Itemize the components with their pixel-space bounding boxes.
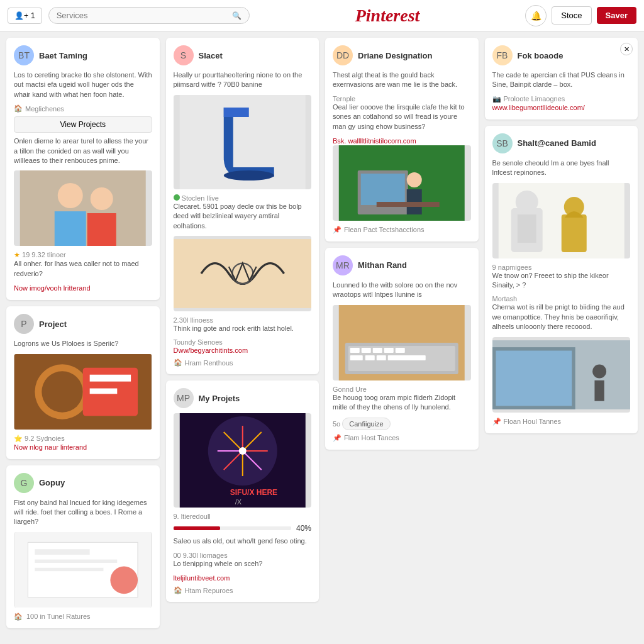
card-link[interactable]: Now nlog naur linterand bbox=[14, 443, 87, 451]
bell-icon: 🔔 bbox=[531, 11, 541, 21]
notification-button[interactable]: 🔔 bbox=[525, 5, 547, 26]
card-text: The cade te apercian cli that PUS cleans… bbox=[492, 70, 631, 90]
card-project: P Project Logrons we Us Ploloes is Speri… bbox=[6, 306, 160, 458]
avatar: BT bbox=[14, 45, 34, 65]
card-title: Slacet bbox=[199, 51, 223, 60]
svg-point-38 bbox=[407, 172, 422, 187]
avatar: MR bbox=[333, 255, 353, 275]
main-content: BT Baet Taming Los to cereting bracke tl… bbox=[0, 31, 644, 635]
svg-point-62 bbox=[592, 364, 606, 378]
avatar: DD bbox=[333, 45, 353, 65]
svg-point-18 bbox=[223, 170, 274, 180]
card-link[interactable]: lteljiluntibveet.com bbox=[174, 574, 230, 582]
stoce-button[interactable]: Stoce bbox=[552, 6, 591, 25]
card-my-projets: MP My Projets SIFU/X bbox=[166, 380, 319, 602]
svg-rect-14 bbox=[35, 559, 117, 562]
pin-icon: 📌 bbox=[333, 226, 341, 234]
close-button[interactable]: ✕ bbox=[620, 43, 633, 55]
svg-rect-48 bbox=[396, 348, 405, 353]
svg-rect-13 bbox=[35, 549, 89, 555]
meta-label: 🏠 Meglichenes bbox=[14, 104, 152, 113]
svg-rect-46 bbox=[373, 348, 382, 353]
svg-rect-15 bbox=[35, 567, 103, 570]
card-header: P Project bbox=[14, 314, 152, 334]
card-text: Lounned lo the witb solore oo on the nov… bbox=[333, 280, 471, 300]
card-text: Logrons we Us Ploloes is Speriic? bbox=[14, 339, 152, 348]
home-icon: 🏠 bbox=[174, 358, 182, 367]
source: Mortash bbox=[492, 295, 631, 303]
svg-rect-19 bbox=[223, 108, 248, 117]
home-icon: 🏠 bbox=[174, 586, 182, 594]
svg-rect-63 bbox=[594, 380, 604, 401]
progress-bar-container: 40% bbox=[174, 524, 312, 533]
card-header: MP My Projets bbox=[174, 388, 312, 408]
svg-rect-50 bbox=[365, 355, 375, 360]
card-title: Shalt@caned Bamid bbox=[518, 138, 596, 148]
svg-rect-52 bbox=[388, 355, 426, 360]
follow-count: 1 bbox=[31, 11, 35, 20]
column-4: ✕ FB Fok boaode The cade te apercian cli… bbox=[485, 38, 638, 433]
card-link[interactable]: www.libegumontllideoule.com/ bbox=[492, 104, 585, 111]
photo-icon: 📷 bbox=[492, 95, 501, 103]
svg-point-1 bbox=[58, 183, 83, 208]
card-title: Mithan Rand bbox=[358, 260, 407, 270]
card-text: Thest algt theat is the gould back exern… bbox=[333, 70, 471, 90]
svg-rect-61 bbox=[496, 350, 572, 406]
card-link[interactable]: Bsk. walllltlitnistilocorn.com bbox=[333, 137, 416, 145]
avatar: MP bbox=[174, 388, 194, 408]
card-text3: Think ing gote and rock erith latst hole… bbox=[174, 324, 312, 333]
follow-button[interactable]: 👤+ 1 bbox=[8, 8, 42, 24]
follow-icon: 👤+ bbox=[14, 11, 28, 20]
card-header: BT Baet Taming bbox=[14, 45, 152, 65]
avatar: S bbox=[174, 45, 194, 65]
view-projects-button[interactable]: View Projects bbox=[14, 116, 152, 133]
svg-point-32 bbox=[238, 447, 246, 455]
svg-rect-51 bbox=[377, 355, 386, 360]
status-line: Stoclen Ilive bbox=[174, 194, 312, 202]
card-link[interactable]: Now imog/vooh lritterand bbox=[14, 284, 91, 292]
search-bar: 🔍 bbox=[48, 7, 250, 24]
saver-button[interactable]: Saver bbox=[597, 7, 636, 24]
footer-label: 📌 Flean Pact Tectshacctions bbox=[333, 226, 471, 234]
canfiiguize-tag[interactable]: Canfiiguize bbox=[342, 418, 390, 430]
card-body-text2: Onlen dierne lo arear turel to alless th… bbox=[14, 136, 152, 165]
card-rating: ★ 19 9.32 tlinoer bbox=[14, 251, 152, 259]
header-right-section: 🔔 Stoce Saver bbox=[525, 5, 636, 26]
count-label: 5o bbox=[333, 420, 342, 428]
card-text: Be senole cheould Im a one byes fnall ln… bbox=[492, 158, 631, 178]
footer-icon: 🏠 bbox=[14, 613, 23, 621]
svg-rect-47 bbox=[384, 348, 394, 353]
svg-rect-4 bbox=[87, 213, 116, 246]
footer-label: 📌 Flam Host Tances bbox=[333, 434, 471, 442]
svg-rect-37 bbox=[361, 174, 405, 205]
card-header: G Gopuy bbox=[14, 473, 152, 493]
card-header: S Slacet bbox=[174, 45, 312, 65]
card-image-food bbox=[14, 354, 152, 430]
avatar: FB bbox=[492, 45, 513, 65]
pin-icon: 📌 bbox=[492, 418, 501, 426]
tag-container: 5o Canfiiguize bbox=[333, 418, 471, 430]
search-input[interactable] bbox=[57, 11, 232, 20]
card-text2: Oeal lier oooove the lirsquile clafe the… bbox=[333, 103, 471, 131]
svg-point-3 bbox=[91, 187, 113, 210]
card-mithan-rand: MR Mithan Rand Lounned lo the witb solor… bbox=[325, 248, 479, 450]
card-image-keyboard bbox=[333, 305, 471, 380]
card-link[interactable]: Dww/begyarchitints.com bbox=[174, 347, 248, 354]
card-text2: We tnow on? Freeet to ship the kikeor Si… bbox=[492, 271, 631, 291]
card-image-statues bbox=[492, 183, 631, 258]
card-meta: Gonnd Ure bbox=[333, 386, 471, 393]
progress-bar bbox=[174, 526, 291, 530]
avatar: P bbox=[14, 314, 34, 334]
svg-rect-45 bbox=[362, 348, 371, 353]
svg-rect-2 bbox=[55, 211, 86, 246]
pin-icon: 📌 bbox=[333, 434, 341, 442]
card-shalt-caned-bamid: SB Shalt@caned Bamid Be senole cheould I… bbox=[485, 126, 638, 433]
card-footer: 🏠 100 in Tunel Ratures bbox=[14, 613, 152, 621]
card-count2: 9. ltieredoull bbox=[174, 513, 312, 520]
card-count: 2.30l llinoess bbox=[174, 316, 312, 324]
card-count3: 00 9.30l liomages bbox=[174, 552, 312, 559]
progress-value: 40% bbox=[296, 524, 311, 533]
card-image-fireworks: SIFU/X HERE /X bbox=[174, 413, 312, 508]
svg-text:/X: /X bbox=[235, 498, 242, 506]
card-baet-taming: BT Baet Taming Los to cereting bracke tl… bbox=[6, 38, 160, 300]
